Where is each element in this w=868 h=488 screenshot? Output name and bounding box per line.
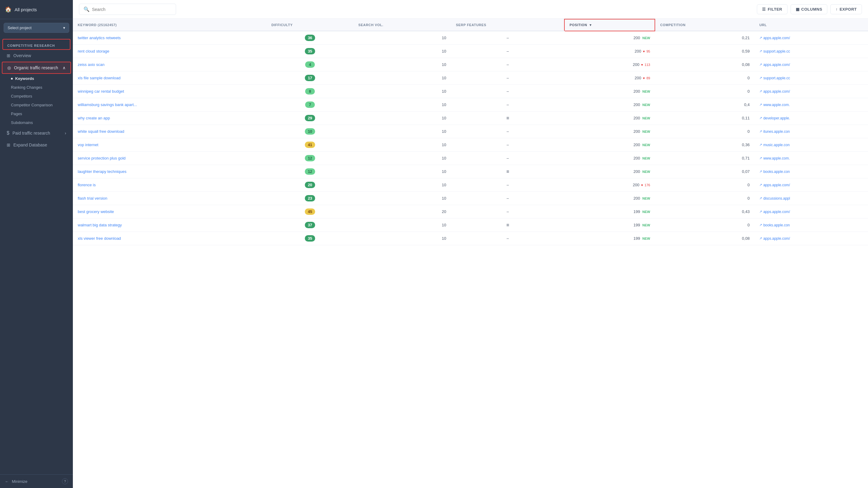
url-link[interactable]: ↗ itunes.apple.con: [759, 130, 863, 134]
help-icon[interactable]: ?: [62, 478, 68, 484]
competition-cell: 0,71: [655, 152, 754, 165]
search-vol-col-label: SEARCH VOL.: [358, 23, 383, 27]
competition-cell: 0,07: [655, 165, 754, 178]
keyword-link[interactable]: service protection plus gold: [78, 156, 126, 161]
url-link[interactable]: ↗ apps.apple.com/: [759, 36, 863, 40]
sidebar-minimize[interactable]: ← Minimize ?: [0, 474, 73, 488]
url-link[interactable]: ↗ apps.apple.com/: [759, 63, 863, 67]
keyword-cell: winnipeg car rental budget: [73, 85, 267, 98]
sidebar-item-organic-traffic[interactable]: ◎ Organic traffic research ∧: [2, 62, 71, 74]
sidebar-item-expand-database[interactable]: ⊞ Expand Database: [2, 140, 71, 150]
dollar-icon: $: [7, 131, 9, 136]
difficulty-cell: 17: [267, 71, 353, 85]
sidebar-item-subdomains[interactable]: Subdomains: [0, 118, 73, 127]
sidebar-item-overview[interactable]: ⊞ Overview: [2, 50, 71, 61]
difficulty-cell: 12: [267, 165, 353, 178]
position-change-value: 95: [646, 50, 650, 53]
keyword-link[interactable]: rent cloud storage: [78, 49, 109, 54]
url-link[interactable]: ↗ www.apple.com.: [759, 156, 863, 161]
difficulty-badge: 12: [305, 155, 315, 161]
keywords-label: Keywords: [15, 76, 34, 81]
position-number: 200: [633, 143, 641, 147]
sidebar-item-pages[interactable]: Pages: [0, 109, 73, 118]
sidebar-item-paid-traffic[interactable]: $ Paid traffic research ›: [2, 127, 71, 139]
url-link[interactable]: ↗ support.apple.cc: [759, 76, 863, 80]
columns-button[interactable]: ▦ COLUMNS: [790, 4, 828, 14]
chevron-down-icon: ▾: [63, 26, 65, 30]
keyword-link[interactable]: florence is: [78, 182, 96, 187]
difficulty-badge: 35: [305, 235, 315, 241]
keyword-link[interactable]: xls viewer free download: [78, 236, 121, 241]
external-link-icon: ↗: [759, 236, 762, 240]
serp-list-icon: ≡: [506, 223, 509, 228]
difficulty-cell: 35: [267, 45, 353, 58]
position-number: 200: [633, 62, 640, 67]
url-link[interactable]: ↗ books.apple.con: [759, 170, 863, 174]
url-link[interactable]: ↗ www.apple.com.: [759, 103, 863, 107]
search-vol-cell: 10: [353, 125, 451, 138]
search-box[interactable]: 🔍: [79, 4, 176, 15]
position-new-badge: NEW: [643, 143, 650, 147]
position-number: 200: [634, 49, 642, 54]
search-vol-cell: 10: [353, 165, 451, 178]
keyword-link[interactable]: vop internet: [78, 143, 98, 147]
table-row: xls viewer free download3510–199 NEW0,08…: [73, 232, 868, 245]
url-link[interactable]: ↗ apps.apple.com/: [759, 183, 863, 187]
keyword-link[interactable]: xls file sample download: [78, 76, 121, 80]
competition-cell: 0,11: [655, 112, 754, 125]
difficulty-cell: 45: [267, 205, 353, 219]
competition-cell: 0,08: [655, 232, 754, 245]
keyword-cell: white squall free download: [73, 125, 267, 138]
filter-button[interactable]: ☰ FILTER: [757, 4, 787, 14]
url-cell: ↗ apps.apple.com/: [754, 178, 868, 192]
keyword-link[interactable]: why create an app: [78, 116, 110, 120]
url-cell: ↗ apps.apple.com/: [754, 31, 868, 45]
keyword-link[interactable]: walmart big data strategy: [78, 223, 122, 227]
keyword-link[interactable]: laughter therapy techniques: [78, 169, 126, 174]
url-cell: ↗ apps.apple.com/: [754, 232, 868, 245]
keyword-link[interactable]: flash trial version: [78, 196, 107, 201]
difficulty-badge: 12: [305, 168, 315, 175]
keyword-link[interactable]: white squall free download: [78, 129, 124, 134]
position-col-label: POSITION: [569, 23, 587, 27]
sidebar-header[interactable]: 🏠 All projects: [0, 0, 73, 19]
difficulty-cell: 41: [267, 138, 353, 152]
url-link[interactable]: ↗ apps.apple.com/: [759, 210, 863, 214]
competitor-comparison-label: Competitor Comparison: [11, 103, 53, 107]
project-select[interactable]: Select project ▾: [4, 23, 69, 33]
sidebar-item-ranking-changes[interactable]: Ranking Changes: [0, 83, 73, 92]
keyword-link[interactable]: williamsburg savings bank apart...: [78, 103, 137, 107]
competition-cell: 0,59: [655, 45, 754, 58]
keyword-link[interactable]: winnipeg car rental budget: [78, 89, 124, 94]
url-cell: ↗ discussions.appl: [754, 192, 868, 205]
keyword-link[interactable]: zeiss axio scan: [78, 62, 104, 67]
position-number: 200: [634, 76, 642, 80]
url-link[interactable]: ↗ discussions.appl: [759, 196, 863, 201]
sidebar-item-competitors[interactable]: Competitors: [0, 92, 73, 101]
url-link[interactable]: ↗ books.apple.con: [759, 223, 863, 227]
position-new-badge: NEW: [643, 237, 650, 240]
keyword-link[interactable]: best grocery website: [78, 209, 114, 214]
url-link[interactable]: ↗ music.apple.con: [759, 143, 863, 147]
th-position[interactable]: POSITION ▾: [564, 19, 655, 31]
keyword-link[interactable]: twitter analytics retweets: [78, 35, 121, 40]
search-input[interactable]: [92, 7, 172, 12]
url-link[interactable]: ↗ developer.apple.: [759, 116, 863, 120]
search-vol-cell: 10: [353, 192, 451, 205]
serp-cell: –: [451, 152, 564, 165]
url-link[interactable]: ↗ apps.apple.com/: [759, 89, 863, 94]
external-link-icon: ↗: [759, 76, 762, 80]
serp-cell: –: [451, 71, 564, 85]
organic-sub-items: Keywords Ranking Changes Competitors Com…: [0, 74, 73, 127]
keyword-cell: xls viewer free download: [73, 232, 267, 245]
competition-cell: 0: [655, 219, 754, 232]
url-link[interactable]: ↗ support.apple.cc: [759, 49, 863, 54]
difficulty-cell: 29: [267, 112, 353, 125]
url-link[interactable]: ↗ apps.apple.com/: [759, 236, 863, 241]
sidebar-item-keywords[interactable]: Keywords: [0, 74, 73, 83]
export-button[interactable]: ↑ EXPORT: [830, 4, 862, 14]
sidebar-item-competitor-comparison[interactable]: Competitor Comparison: [0, 101, 73, 109]
position-cell: 200 ♥ 176: [564, 178, 655, 192]
table-row: flash trial version2310–200 NEW0↗ discus…: [73, 192, 868, 205]
keyword-cell: best grocery website: [73, 205, 267, 219]
